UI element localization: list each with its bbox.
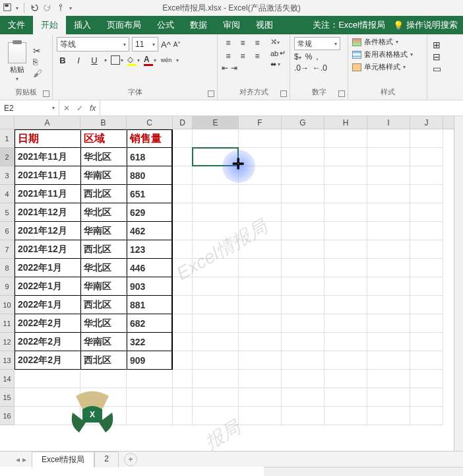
- cell-C14[interactable]: [127, 370, 173, 388]
- cell-J16[interactable]: [410, 407, 443, 425]
- cell-B13[interactable]: 西北区: [80, 351, 127, 370]
- increase-decimal-icon[interactable]: .0→: [294, 63, 309, 73]
- cell-C6[interactable]: 462: [127, 222, 173, 240]
- cell-D1[interactable]: [173, 129, 193, 148]
- format-painter-icon[interactable]: 🖌: [33, 68, 42, 79]
- cell-I13[interactable]: [367, 351, 410, 370]
- cell-F14[interactable]: [239, 370, 282, 388]
- align-middle-icon[interactable]: ≡: [236, 37, 249, 49]
- redo-icon[interactable]: [43, 3, 52, 14]
- cell-B6[interactable]: 华南区: [80, 222, 127, 240]
- cell-C9[interactable]: 903: [127, 277, 173, 296]
- cell-H14[interactable]: [324, 370, 367, 388]
- cell-E6[interactable]: [193, 222, 239, 240]
- cell-C2[interactable]: 618: [127, 148, 173, 166]
- cell-F7[interactable]: [239, 240, 282, 259]
- touch-mode-icon[interactable]: [56, 3, 65, 14]
- cell-H1[interactable]: [324, 129, 367, 148]
- col-header-D[interactable]: D: [173, 116, 193, 129]
- cell-H11[interactable]: [324, 314, 367, 333]
- cell-H7[interactable]: [324, 240, 367, 259]
- increase-indent-icon[interactable]: ⇥: [231, 63, 237, 73]
- cell-D10[interactable]: [173, 296, 193, 314]
- accounting-format-icon[interactable]: $▾: [294, 52, 301, 61]
- sheet-nav-next-icon[interactable]: ▸: [22, 455, 26, 464]
- cell-E16[interactable]: [193, 407, 239, 425]
- cell-B14[interactable]: [80, 370, 127, 388]
- cell-I3[interactable]: [367, 166, 410, 185]
- paste-button[interactable]: 粘贴 ▾: [4, 37, 30, 87]
- increase-font-icon[interactable]: A^: [161, 40, 171, 50]
- cell-D14[interactable]: [173, 370, 193, 388]
- cell-J6[interactable]: [410, 222, 443, 240]
- cell-B5[interactable]: 华北区: [80, 203, 127, 222]
- cell-H15[interactable]: [324, 388, 367, 407]
- insert-cells-icon[interactable]: ⊞: [433, 40, 442, 50]
- col-header-F[interactable]: F: [239, 116, 282, 129]
- row-header[interactable]: 5: [0, 203, 15, 222]
- cell-H5[interactable]: [324, 203, 367, 222]
- cell-E11[interactable]: [193, 314, 239, 333]
- row-header[interactable]: 3: [0, 166, 15, 185]
- format-cells-icon[interactable]: ▭: [433, 63, 442, 74]
- row-header[interactable]: 9: [0, 277, 15, 296]
- cell-J7[interactable]: [410, 240, 443, 259]
- cell-F15[interactable]: [239, 388, 282, 407]
- cell-C11[interactable]: 682: [127, 314, 173, 333]
- tab-文件[interactable]: 文件: [0, 16, 33, 34]
- row-header[interactable]: 8: [0, 259, 15, 277]
- format-as-table-button[interactable]: 套用表格格式▾: [352, 50, 423, 59]
- cell-D11[interactable]: [173, 314, 193, 333]
- cell-J2[interactable]: [410, 148, 443, 166]
- cell-J11[interactable]: [410, 314, 443, 333]
- cell-D5[interactable]: [173, 203, 193, 222]
- insert-function-icon[interactable]: fx: [90, 104, 96, 113]
- cell-I11[interactable]: [367, 314, 410, 333]
- cell-F10[interactable]: [239, 296, 282, 314]
- font-color-button[interactable]: A▾: [144, 55, 156, 66]
- conditional-format-button[interactable]: 条件格式▾: [352, 37, 423, 47]
- font-name-select[interactable]: 等线▾: [57, 37, 129, 51]
- wrap-text-button[interactable]: ab↵: [270, 49, 286, 57]
- cell-H12[interactable]: [324, 333, 367, 351]
- cell-F4[interactable]: [239, 185, 282, 203]
- cell-F13[interactable]: [239, 351, 282, 370]
- cell-A9[interactable]: 2022年1月: [15, 277, 80, 296]
- cell-C10[interactable]: 881: [127, 296, 173, 314]
- cell-F11[interactable]: [239, 314, 282, 333]
- cell-B8[interactable]: 华北区: [80, 259, 127, 277]
- cell-I10[interactable]: [367, 296, 410, 314]
- align-center-icon[interactable]: ≡: [236, 50, 249, 62]
- qat-customize[interactable]: ▾: [69, 5, 72, 11]
- cell-E15[interactable]: [193, 388, 239, 407]
- cell-G7[interactable]: [282, 240, 324, 259]
- sheet-nav-prev-icon[interactable]: ◂: [16, 455, 20, 464]
- cell-B7[interactable]: 西北区: [80, 240, 127, 259]
- cell-H16[interactable]: [324, 407, 367, 425]
- row-header[interactable]: 10: [0, 296, 15, 314]
- cell-G10[interactable]: [282, 296, 324, 314]
- row-header[interactable]: 13: [0, 351, 15, 370]
- cell-C7[interactable]: 123: [127, 240, 173, 259]
- cell-B1[interactable]: 区域: [80, 129, 127, 148]
- cell-C1[interactable]: 销售量: [127, 129, 173, 148]
- cell-G14[interactable]: [282, 370, 324, 388]
- cell-C12[interactable]: 322: [127, 333, 173, 351]
- cell-I7[interactable]: [367, 240, 410, 259]
- cell-E12[interactable]: [193, 333, 239, 351]
- col-header-I[interactable]: I: [367, 116, 410, 129]
- col-header-C[interactable]: C: [127, 116, 173, 129]
- copy-icon[interactable]: ⎘: [33, 57, 42, 67]
- align-bottom-icon[interactable]: ≡: [251, 37, 264, 49]
- cell-I12[interactable]: [367, 333, 410, 351]
- cell-H10[interactable]: [324, 296, 367, 314]
- row-header[interactable]: 1: [0, 129, 15, 148]
- cell-B2[interactable]: 华北区: [80, 148, 127, 166]
- cell-J5[interactable]: [410, 203, 443, 222]
- cell-I8[interactable]: [367, 259, 410, 277]
- cell-D13[interactable]: [173, 351, 193, 370]
- underline-button[interactable]: U: [88, 54, 100, 66]
- percent-format-icon[interactable]: %: [305, 52, 313, 61]
- fill-color-button[interactable]: ◇▾: [127, 55, 140, 66]
- cell-A13[interactable]: 2022年2月: [15, 351, 80, 370]
